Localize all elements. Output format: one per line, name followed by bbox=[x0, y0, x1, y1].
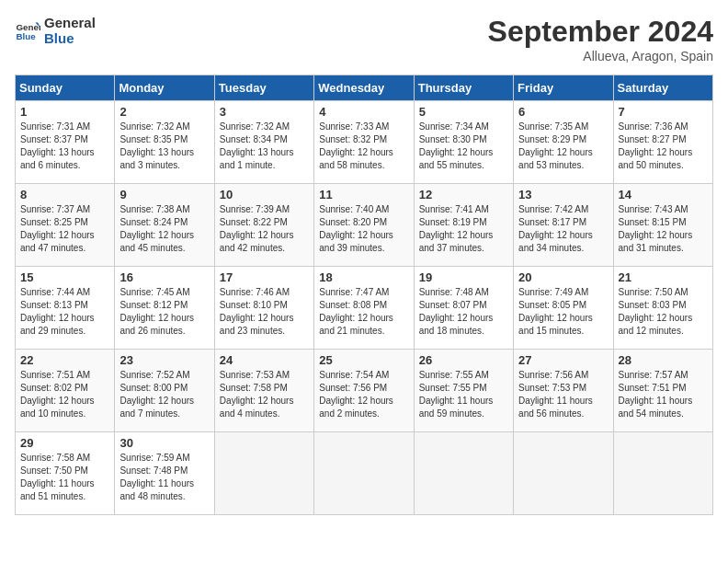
day-number: 28 bbox=[619, 353, 708, 367]
day-info: Sunrise: 7:53 AMSunset: 7:58 PMDaylight:… bbox=[220, 369, 309, 420]
day-info: Sunrise: 7:38 AMSunset: 8:24 PMDaylight:… bbox=[119, 203, 209, 255]
day-number: 23 bbox=[119, 353, 209, 367]
month-title: September 2024 bbox=[488, 15, 713, 49]
calendar-cell: 16Sunrise: 7:45 AMSunset: 8:12 PMDayligh… bbox=[115, 267, 214, 350]
day-info: Sunrise: 7:49 AMSunset: 8:05 PMDaylight:… bbox=[518, 286, 608, 338]
calendar-cell: 8Sunrise: 7:37 AMSunset: 8:25 PMDaylight… bbox=[16, 184, 115, 267]
day-info: Sunrise: 7:51 AMSunset: 8:02 PMDaylight:… bbox=[20, 369, 109, 420]
calendar-cell: 4Sunrise: 7:33 AMSunset: 8:32 PMDaylight… bbox=[314, 101, 414, 184]
calendar-cell bbox=[214, 432, 313, 515]
day-info: Sunrise: 7:36 AMSunset: 8:27 PMDaylight:… bbox=[619, 121, 708, 172]
day-info: Sunrise: 7:47 AMSunset: 8:08 PMDaylight:… bbox=[319, 286, 408, 338]
calendar-cell bbox=[414, 432, 513, 515]
calendar-row-2: 8Sunrise: 7:37 AMSunset: 8:25 PMDaylight… bbox=[16, 184, 713, 267]
day-info: Sunrise: 7:33 AMSunset: 8:32 PMDaylight:… bbox=[319, 121, 408, 172]
col-header-saturday: Saturday bbox=[613, 75, 712, 101]
col-header-thursday: Thursday bbox=[414, 75, 513, 101]
day-info: Sunrise: 7:43 AMSunset: 8:15 PMDaylight:… bbox=[619, 203, 708, 255]
calendar-cell: 20Sunrise: 7:49 AMSunset: 8:05 PMDayligh… bbox=[514, 267, 613, 350]
day-number: 17 bbox=[220, 270, 309, 284]
col-header-tuesday: Tuesday bbox=[214, 75, 313, 101]
calendar-row-5: 29Sunrise: 7:58 AMSunset: 7:50 PMDayligh… bbox=[16, 432, 713, 515]
calendar-cell: 25Sunrise: 7:54 AMSunset: 7:56 PMDayligh… bbox=[314, 350, 414, 432]
day-number: 2 bbox=[119, 105, 209, 119]
day-info: Sunrise: 7:48 AMSunset: 8:07 PMDaylight:… bbox=[419, 286, 508, 338]
day-info: Sunrise: 7:32 AMSunset: 8:35 PMDaylight:… bbox=[119, 121, 209, 172]
logo-icon: General Blue bbox=[15, 17, 40, 43]
calendar-cell: 30Sunrise: 7:59 AMSunset: 7:48 PMDayligh… bbox=[115, 432, 214, 515]
calendar-cell: 9Sunrise: 7:38 AMSunset: 8:24 PMDaylight… bbox=[115, 184, 214, 267]
calendar-row-1: 1Sunrise: 7:31 AMSunset: 8:37 PMDaylight… bbox=[16, 101, 713, 184]
day-info: Sunrise: 7:37 AMSunset: 8:25 PMDaylight:… bbox=[20, 203, 109, 255]
day-info: Sunrise: 7:50 AMSunset: 8:03 PMDaylight:… bbox=[619, 286, 708, 338]
day-info: Sunrise: 7:41 AMSunset: 8:19 PMDaylight:… bbox=[419, 203, 508, 255]
day-info: Sunrise: 7:34 AMSunset: 8:30 PMDaylight:… bbox=[419, 121, 508, 172]
svg-text:Blue: Blue bbox=[16, 31, 36, 41]
col-header-wednesday: Wednesday bbox=[314, 75, 414, 101]
calendar-row-3: 15Sunrise: 7:44 AMSunset: 8:13 PMDayligh… bbox=[16, 267, 713, 350]
day-info: Sunrise: 7:31 AMSunset: 8:37 PMDaylight:… bbox=[20, 121, 109, 172]
day-number: 11 bbox=[319, 188, 408, 201]
calendar-cell: 26Sunrise: 7:55 AMSunset: 7:55 PMDayligh… bbox=[414, 350, 513, 432]
day-number: 13 bbox=[518, 188, 608, 201]
day-info: Sunrise: 7:52 AMSunset: 8:00 PMDaylight:… bbox=[119, 369, 209, 420]
page-header: General Blue General Blue September 2024… bbox=[15, 15, 713, 63]
day-number: 29 bbox=[20, 436, 109, 450]
calendar-cell: 6Sunrise: 7:35 AMSunset: 8:29 PMDaylight… bbox=[514, 101, 613, 184]
calendar-cell: 11Sunrise: 7:40 AMSunset: 8:20 PMDayligh… bbox=[314, 184, 414, 267]
day-number: 19 bbox=[419, 270, 508, 284]
calendar-cell: 18Sunrise: 7:47 AMSunset: 8:08 PMDayligh… bbox=[314, 267, 414, 350]
day-number: 4 bbox=[319, 105, 408, 119]
col-header-monday: Monday bbox=[115, 75, 214, 101]
location: Allueva, Aragon, Spain bbox=[488, 49, 713, 63]
day-number: 6 bbox=[518, 105, 608, 119]
day-info: Sunrise: 7:46 AMSunset: 8:10 PMDaylight:… bbox=[220, 286, 309, 338]
day-number: 27 bbox=[518, 353, 608, 367]
col-header-friday: Friday bbox=[514, 75, 613, 101]
calendar-cell bbox=[314, 432, 414, 515]
day-number: 25 bbox=[319, 353, 408, 367]
day-number: 24 bbox=[220, 353, 309, 367]
col-header-sunday: Sunday bbox=[16, 75, 115, 101]
day-number: 21 bbox=[619, 270, 708, 284]
calendar-cell: 27Sunrise: 7:56 AMSunset: 7:53 PMDayligh… bbox=[514, 350, 613, 432]
day-info: Sunrise: 7:57 AMSunset: 7:51 PMDaylight:… bbox=[619, 369, 708, 420]
calendar-cell: 22Sunrise: 7:51 AMSunset: 8:02 PMDayligh… bbox=[16, 350, 115, 432]
calendar-cell: 28Sunrise: 7:57 AMSunset: 7:51 PMDayligh… bbox=[613, 350, 712, 432]
calendar-cell: 10Sunrise: 7:39 AMSunset: 8:22 PMDayligh… bbox=[214, 184, 313, 267]
day-number: 16 bbox=[119, 270, 209, 284]
day-info: Sunrise: 7:42 AMSunset: 8:17 PMDaylight:… bbox=[518, 203, 608, 255]
calendar-cell: 7Sunrise: 7:36 AMSunset: 8:27 PMDaylight… bbox=[613, 101, 712, 184]
calendar-cell: 17Sunrise: 7:46 AMSunset: 8:10 PMDayligh… bbox=[214, 267, 313, 350]
logo: General Blue General Blue bbox=[15, 15, 96, 46]
calendar-cell bbox=[514, 432, 613, 515]
day-info: Sunrise: 7:35 AMSunset: 8:29 PMDaylight:… bbox=[518, 121, 608, 172]
calendar-table: SundayMondayTuesdayWednesdayThursdayFrid… bbox=[15, 75, 713, 515]
calendar-cell: 21Sunrise: 7:50 AMSunset: 8:03 PMDayligh… bbox=[613, 267, 712, 350]
calendar-cell: 12Sunrise: 7:41 AMSunset: 8:19 PMDayligh… bbox=[414, 184, 513, 267]
day-number: 30 bbox=[119, 436, 209, 450]
day-info: Sunrise: 7:40 AMSunset: 8:20 PMDaylight:… bbox=[319, 203, 408, 255]
day-number: 20 bbox=[518, 270, 608, 284]
day-number: 9 bbox=[119, 188, 209, 201]
day-number: 26 bbox=[419, 353, 508, 367]
day-info: Sunrise: 7:39 AMSunset: 8:22 PMDaylight:… bbox=[220, 203, 309, 255]
calendar-cell: 15Sunrise: 7:44 AMSunset: 8:13 PMDayligh… bbox=[16, 267, 115, 350]
day-info: Sunrise: 7:32 AMSunset: 8:34 PMDaylight:… bbox=[220, 121, 309, 172]
day-number: 18 bbox=[319, 270, 408, 284]
day-number: 3 bbox=[220, 105, 309, 119]
day-number: 10 bbox=[220, 188, 309, 201]
calendar-cell: 13Sunrise: 7:42 AMSunset: 8:17 PMDayligh… bbox=[514, 184, 613, 267]
day-number: 7 bbox=[619, 105, 708, 119]
calendar-header-row: SundayMondayTuesdayWednesdayThursdayFrid… bbox=[16, 75, 713, 101]
day-info: Sunrise: 7:58 AMSunset: 7:50 PMDaylight:… bbox=[20, 452, 109, 503]
calendar-cell bbox=[613, 432, 712, 515]
title-block: September 2024 Allueva, Aragon, Spain bbox=[488, 15, 713, 63]
day-number: 12 bbox=[419, 188, 508, 201]
calendar-cell: 1Sunrise: 7:31 AMSunset: 8:37 PMDaylight… bbox=[16, 101, 115, 184]
day-number: 15 bbox=[20, 270, 109, 284]
day-info: Sunrise: 7:45 AMSunset: 8:12 PMDaylight:… bbox=[119, 286, 209, 338]
day-number: 8 bbox=[20, 188, 109, 201]
calendar-cell: 3Sunrise: 7:32 AMSunset: 8:34 PMDaylight… bbox=[214, 101, 313, 184]
calendar-cell: 5Sunrise: 7:34 AMSunset: 8:30 PMDaylight… bbox=[414, 101, 513, 184]
